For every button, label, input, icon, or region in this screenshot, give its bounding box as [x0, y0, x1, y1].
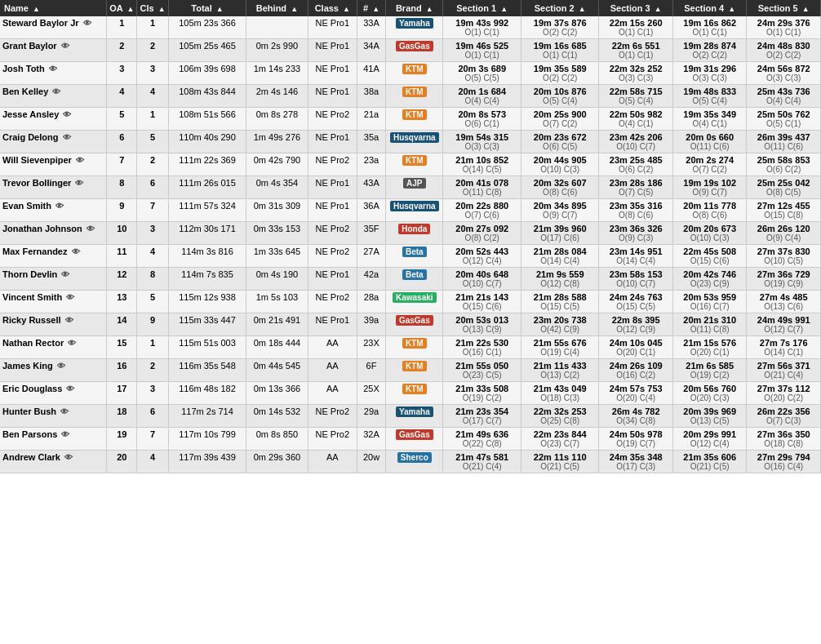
visibility-icon[interactable]: 👁 — [61, 42, 69, 51]
cell-oa: 14 — [107, 313, 137, 336]
cell-section3: 23m 28s 186 O(7) C(5) — [599, 176, 672, 199]
cell-section2: 20m 34s 895 O(9) C(7) — [521, 199, 599, 222]
cell-section3: 24m 57s 753 O(20) C(4) — [599, 382, 672, 405]
cell-name: Will Sievenpiper 👁 — [0, 153, 107, 176]
cell-section3: 22m 8s 395 O(12) C(9) — [599, 313, 672, 336]
cell-cls: 3 — [137, 62, 168, 85]
cell-class: NE Pro1 — [308, 16, 357, 39]
cell-section4: 20m 39s 969 O(13) C(5) — [672, 405, 746, 428]
visibility-icon[interactable]: 👁 — [64, 453, 73, 462]
cell-name: Eric Douglass 👁 — [0, 382, 107, 405]
cell-name: Evan Smith 👁 — [0, 199, 107, 222]
cell-section4: 19m 28s 874 O(2) C(2) — [672, 39, 746, 62]
cell-brand: Kawasaki — [386, 291, 443, 313]
cell-section1: 21m 21s 143 O(15) C(6) — [443, 291, 521, 313]
cell-brand: GasGas — [386, 428, 443, 451]
visibility-icon[interactable]: 👁 — [76, 156, 84, 165]
cell-section2: 21m 9s 559 O(12) C(8) — [521, 268, 599, 291]
cell-brand: Yamaha — [386, 16, 443, 39]
cell-section2: 19m 35s 589 O(2) C(2) — [521, 62, 599, 85]
visibility-icon[interactable]: 👁 — [60, 407, 69, 416]
visibility-icon[interactable]: 👁 — [83, 19, 91, 28]
cell-section1: 21m 23s 354 O(17) C(7) — [443, 405, 521, 428]
table-row: Vincent Smith 👁 13 5 115m 12s 938 1m 5s … — [0, 291, 821, 313]
table-row: Craig Delong 👁 6 5 110m 40s 290 1m 49s 2… — [0, 131, 821, 153]
cell-cls: 7 — [137, 199, 168, 222]
col-total[interactable]: Total ▲ — [168, 0, 246, 16]
cell-section3: 22m 6s 551 O(1) C(1) — [599, 39, 672, 62]
cell-cls: 3 — [137, 382, 168, 405]
brand-badge: Beta — [402, 269, 427, 280]
col-section5[interactable]: Section 5 ▲ — [747, 0, 821, 16]
col-name[interactable]: Name ▲ — [0, 0, 107, 16]
cell-oa: 8 — [107, 176, 137, 199]
cell-cls: 4 — [137, 451, 168, 473]
cell-total: 117m 2s 714 — [168, 405, 246, 428]
col-class[interactable]: Class ▲ — [308, 0, 357, 16]
cell-num: 23X — [357, 336, 385, 359]
table-row: Ben Parsons 👁 19 7 117m 10s 799 0m 8s 85… — [0, 428, 821, 451]
cell-total: 116m 35s 548 — [168, 359, 246, 382]
table-row: Evan Smith 👁 9 7 111m 57s 324 0m 31s 309… — [0, 199, 821, 222]
visibility-icon[interactable]: 👁 — [65, 316, 73, 325]
cell-behind: 1m 5s 103 — [246, 291, 308, 313]
visibility-icon[interactable]: 👁 — [61, 270, 69, 279]
col-brand[interactable]: Brand ▲ — [386, 0, 443, 16]
col-cls[interactable]: Cls ▲ — [137, 0, 168, 16]
cell-total: 117m 39s 439 — [168, 451, 246, 473]
col-section4[interactable]: Section 4 ▲ — [672, 0, 746, 16]
cell-section5: 26m 22s 356 O(7) C(3) — [747, 405, 821, 428]
brand-badge: Beta — [402, 246, 427, 257]
cell-section4: 21m 35s 606 O(21) C(5) — [672, 451, 746, 473]
visibility-icon[interactable]: 👁 — [63, 133, 71, 142]
cell-brand: KTM — [386, 62, 443, 85]
col-section1[interactable]: Section 1 ▲ — [443, 0, 521, 16]
cell-cls: 2 — [137, 153, 168, 176]
col-num[interactable]: # ▲ — [357, 0, 385, 16]
visibility-icon[interactable]: 👁 — [52, 87, 60, 96]
cell-behind — [246, 16, 308, 39]
cell-section2: 20m 44s 905 O(10) C(3) — [521, 153, 599, 176]
cell-num: 29a — [357, 405, 385, 428]
visibility-icon[interactable]: 👁 — [57, 362, 65, 371]
visibility-icon[interactable]: 👁 — [72, 247, 80, 256]
visibility-icon[interactable]: 👁 — [55, 202, 64, 211]
cell-section3: 22m 50s 982 O(4) C(1) — [599, 108, 672, 131]
col-section3[interactable]: Section 3 ▲ — [599, 0, 672, 16]
cell-section3: 23m 42s 206 O(10) C(7) — [599, 131, 672, 153]
col-behind[interactable]: Behind ▲ — [246, 0, 308, 16]
cell-name: Jesse Ansley 👁 — [0, 108, 107, 131]
cell-section2: 20m 32s 607 O(8) C(6) — [521, 176, 599, 199]
cell-section2: 19m 37s 876 O(2) C(2) — [521, 16, 599, 39]
visibility-icon[interactable]: 👁 — [75, 179, 83, 188]
visibility-icon[interactable]: 👁 — [61, 430, 69, 439]
cell-cls: 3 — [137, 222, 168, 245]
cell-oa: 10 — [107, 222, 137, 245]
col-section2[interactable]: Section 2 ▲ — [521, 0, 599, 16]
cell-section5: 27m 37s 830 O(10) C(5) — [747, 245, 821, 268]
table-row: Hunter Bush 👁 18 6 117m 2s 714 0m 14s 53… — [0, 405, 821, 428]
cell-oa: 7 — [107, 153, 137, 176]
cell-section1: 21m 55s 050 O(23) C(5) — [443, 359, 521, 382]
visibility-icon[interactable]: 👁 — [87, 224, 95, 233]
cell-cls: 8 — [137, 268, 168, 291]
brand-badge: KTM — [402, 109, 427, 120]
cell-total: 110m 40s 290 — [168, 131, 246, 153]
cell-section5: 25m 25s 042 O(8) C(5) — [747, 176, 821, 199]
visibility-icon[interactable]: 👁 — [66, 384, 74, 393]
table-row: Nathan Rector 👁 15 1 115m 51s 003 0m 18s… — [0, 336, 821, 359]
visibility-icon[interactable]: 👁 — [49, 64, 57, 73]
cell-total: 108m 43s 844 — [168, 85, 246, 108]
col-oa[interactable]: OA ▲ — [107, 0, 137, 16]
cell-section2: 21m 43s 049 O(18) C(3) — [521, 382, 599, 405]
cell-class: NE Pro1 — [308, 176, 357, 199]
brand-badge: Kawasaki — [393, 292, 437, 303]
cell-class: NE Pro2 — [308, 405, 357, 428]
visibility-icon[interactable]: 👁 — [68, 339, 76, 348]
cell-section5: 24m 29s 376 O(1) C(1) — [747, 16, 821, 39]
visibility-icon[interactable]: 👁 — [66, 293, 74, 302]
cell-behind: 2m 4s 146 — [246, 85, 308, 108]
cell-section4: 20m 29s 991 O(12) C(4) — [672, 428, 746, 451]
visibility-icon[interactable]: 👁 — [63, 110, 71, 119]
cell-behind: 0m 13s 366 — [246, 382, 308, 405]
